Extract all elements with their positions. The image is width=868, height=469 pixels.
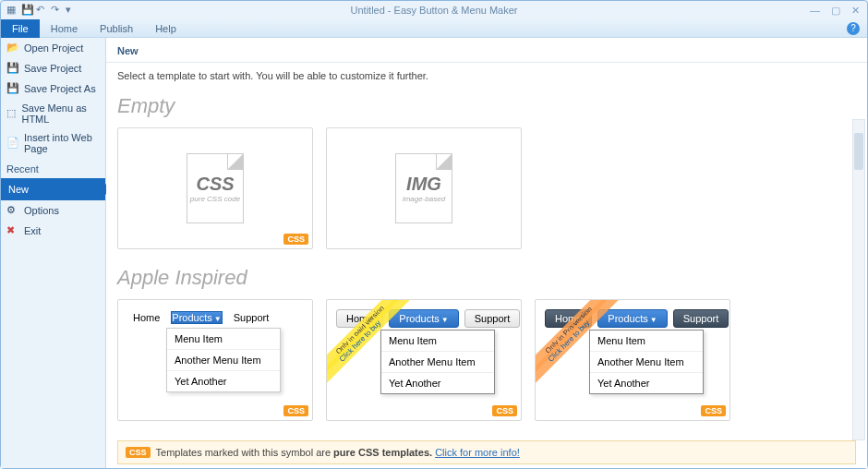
sidebar-savehtml-label: Save Menu as HTML (21, 102, 100, 125)
section-apple-title: Apple Inspired (117, 266, 856, 290)
tab-help[interactable]: Help (144, 20, 187, 37)
sidebar-new-selected[interactable]: New (1, 178, 105, 200)
template-empty-img[interactable]: IMG image-based (326, 127, 522, 249)
sidebar-insert-page[interactable]: 📄Insert into Web Page (1, 128, 105, 158)
demo-home: Home (127, 309, 165, 326)
insert-icon: 📄 (6, 137, 19, 150)
css-badge: CSS (126, 447, 151, 458)
tab-home[interactable]: Home (40, 20, 89, 37)
content-pane: New Select a template to start with. You… (106, 38, 867, 468)
window-title: Untitled - Easy Button & Menu Maker (1, 5, 867, 16)
doc-icon: IMG image-based (395, 153, 452, 223)
sidebar-recent-header: Recent (1, 158, 105, 178)
demo-support: Support (464, 309, 521, 328)
doc-icon: CSS pure CSS code (187, 153, 244, 223)
demo-item: Menu Item (590, 331, 703, 352)
template-apple-3[interactable]: Only in Pro version Click here to buy Ho… (535, 299, 730, 421)
minimize-button[interactable]: — (810, 5, 820, 17)
demo-home: Home (545, 309, 592, 328)
page-subtitle: Select a template to start with. You wil… (106, 63, 867, 89)
html-icon: ⬚ (6, 107, 17, 120)
img-big-label: IMG (406, 174, 441, 195)
save-as-icon: 💾 (6, 82, 19, 95)
tab-publish[interactable]: Publish (89, 20, 144, 37)
footer-link[interactable]: Click for more info! (435, 447, 520, 458)
img-small-label: image-based (403, 195, 445, 203)
maximize-button[interactable]: ▢ (831, 5, 840, 17)
demo-item: Another Menu Item (590, 352, 703, 373)
demo-dropdown: Menu Item Another Menu Item Yet Another (589, 330, 704, 394)
demo-item: Yet Another (167, 371, 280, 391)
footer-text: Templates marked with this symbol are pu… (156, 447, 520, 458)
sidebar-open-label: Open Project (24, 42, 83, 54)
section-empty-title: Empty (117, 94, 856, 118)
css-small-label: pure CSS code (190, 195, 240, 203)
sidebar-save-project[interactable]: 💾Save Project (1, 58, 105, 78)
css-badge: CSS (283, 405, 308, 416)
demo-dropdown: Menu Item Another Menu Item Yet Another (166, 328, 281, 392)
sidebar-exit[interactable]: ✖Exit (1, 221, 105, 241)
css-badge: CSS (492, 405, 517, 416)
demo-item: Menu Item (167, 329, 280, 350)
sidebar-saveas-label: Save Project As (24, 83, 96, 94)
sidebar: 📂Open Project 💾Save Project 💾Save Projec… (1, 38, 106, 468)
sidebar-insert-label: Insert into Web Page (24, 132, 100, 154)
app-window: ▦ 💾 ↶ ↷ ▾ Untitled - Easy Button & Menu … (0, 0, 868, 469)
template-apple-2[interactable]: Only in paid version Click here to buy H… (326, 299, 522, 421)
sidebar-open-project[interactable]: 📂Open Project (1, 38, 105, 58)
titlebar: ▦ 💾 ↶ ↷ ▾ Untitled - Easy Button & Menu … (1, 1, 867, 19)
sidebar-exit-label: Exit (24, 225, 41, 236)
sidebar-save-as[interactable]: 💾Save Project As (1, 78, 105, 99)
demo-item: Another Menu Item (167, 350, 280, 371)
template-empty-css[interactable]: CSS pure CSS code CSS (117, 127, 313, 249)
css-badge: CSS (701, 405, 726, 416)
demo-products: Products▼ (171, 311, 222, 324)
tab-file[interactable]: File (1, 19, 40, 38)
footer-note: CSS Templates marked with this symbol ar… (117, 440, 856, 464)
help-icon[interactable]: ? (847, 22, 860, 35)
demo-support: Support (228, 309, 275, 326)
save-icon: 💾 (6, 62, 19, 75)
template-apple-1[interactable]: Home Products▼ Support Menu Item Another… (117, 299, 313, 421)
demo-products: Products▼ (389, 309, 458, 328)
demo-item: Yet Another (590, 373, 703, 393)
demo-products: Products▼ (597, 309, 667, 328)
scrollbar-thumb[interactable] (854, 133, 863, 170)
sidebar-save-html[interactable]: ⬚Save Menu as HTML (1, 99, 105, 128)
demo-dropdown: Menu Item Another Menu Item Yet Another (380, 330, 495, 394)
template-scroll-area[interactable]: Empty CSS pure CSS code CSS IMG image-ba… (106, 89, 867, 437)
demo-home: Home (336, 309, 383, 328)
folder-icon: 📂 (6, 42, 19, 54)
demo-support: Support (673, 309, 729, 328)
demo-item: Menu Item (381, 331, 494, 352)
close-button[interactable]: ✕ (851, 5, 860, 17)
demo-item: Yet Another (381, 373, 494, 393)
sidebar-options[interactable]: ⚙Options (1, 200, 105, 221)
menubar: File Home Publish Help ? (1, 19, 867, 38)
gear-icon: ⚙ (6, 204, 19, 217)
css-big-label: CSS (196, 174, 234, 195)
page-title: New (106, 38, 867, 63)
sidebar-options-label: Options (24, 205, 59, 216)
css-badge: CSS (283, 234, 308, 245)
demo-item: Another Menu Item (381, 352, 494, 373)
vertical-scrollbar[interactable] (852, 119, 865, 440)
sidebar-save-label: Save Project (24, 63, 81, 74)
close-icon: ✖ (6, 224, 19, 237)
